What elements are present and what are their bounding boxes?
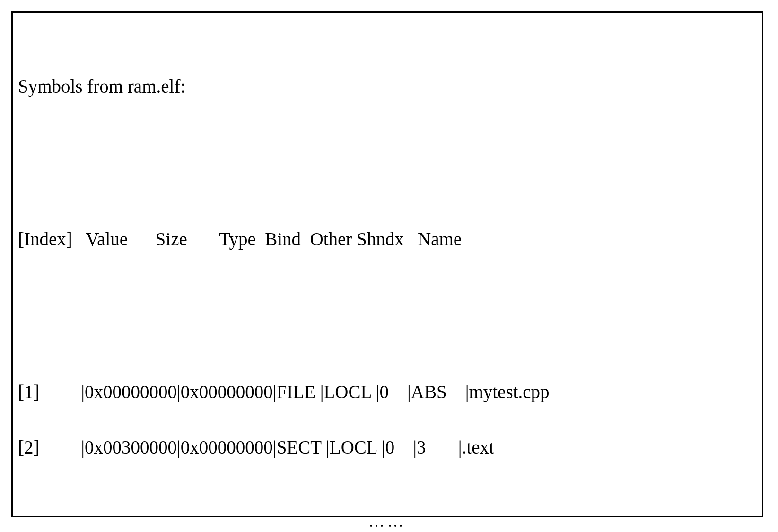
blank-spacer — [18, 304, 757, 327]
title: Symbols from ram.elf: — [18, 77, 757, 96]
table-row: [1] |0x00000000|0x00000000|FILE |LOCL |0… — [18, 383, 757, 401]
column-headers: [Index] Value Size Type Bind Other Shndx… — [18, 230, 757, 248]
document-content: Symbols from ram.elf: [Index] Value Size… — [11, 11, 763, 532]
ellipsis: …… — [18, 514, 757, 530]
blank-spacer — [18, 151, 757, 174]
document-frame: Symbols from ram.elf: [Index] Value Size… — [11, 11, 763, 517]
table-row: [2] |0x00300000|0x00000000|SECT |LOCL |0… — [18, 438, 757, 456]
